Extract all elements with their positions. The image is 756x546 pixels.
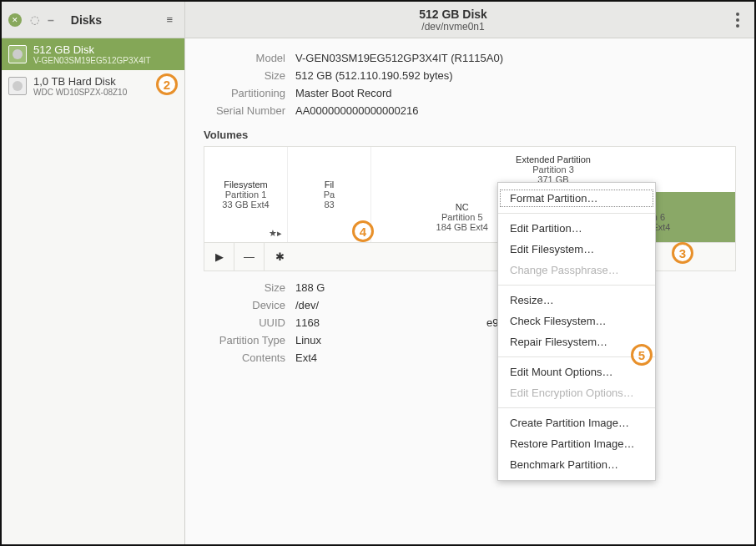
menu-change-passphrase: Change Passphrase… [498, 260, 655, 281]
vol-name: Filesystem [224, 179, 268, 190]
menu-benchmark-partition[interactable]: Benchmark Partition… [498, 454, 655, 475]
main-panel: ModelV-GEN03SM19EG512GP3X4IT (R1115A0) S… [185, 38, 754, 544]
disk-model: WDC WD10SPZX-08Z10 [33, 88, 127, 97]
volumes-title: Volumes [204, 129, 736, 141]
label-model: Model [204, 52, 295, 64]
menu-edit-encryption-options: Edit Encryption Options… [498, 382, 655, 403]
vol-name: Extended Partition [516, 154, 591, 164]
vol-sub: Partition 5 [441, 212, 483, 222]
vol-name: NC [456, 202, 469, 212]
window-minimize-button[interactable]: – [48, 13, 54, 27]
titlebar: ✕ ◌ – Disks ≡ 512 GB Disk /dev/nvme0n1 [2, 2, 754, 38]
vol-name: Fil [325, 179, 335, 190]
vol-size: 83 [324, 200, 334, 210]
label-serial: Serial Number [204, 104, 295, 117]
disk-sidebar: 512 GB Disk V-GEN03SM19EG512GP3X4IT 1,0 … [2, 38, 185, 544]
vol-sub: Pa [324, 190, 335, 200]
volume-partition-1[interactable]: Filesystem Partition 1 33 GB Ext4 ★▸ [204, 147, 288, 242]
menu-separator [498, 285, 655, 286]
disk-model: V-GEN03SM19EG512GP3X4IT [33, 56, 151, 65]
window-restore-icon[interactable]: ◌ [30, 13, 39, 26]
label-contents: Contents [204, 351, 295, 364]
disk-name: 1,0 TB Hard Disk [33, 75, 127, 88]
header-left: ✕ ◌ – Disks ≡ [2, 2, 185, 38]
window-close-button[interactable]: ✕ [8, 13, 22, 27]
mount-indicator-icon: ★▸ [269, 228, 282, 239]
hamburger-menu-button[interactable]: ≡ [161, 13, 178, 26]
header-disk-title: 512 GB Disk [419, 8, 487, 21]
header-disk-path: /dev/nvme0n1 [421, 21, 484, 33]
menu-separator [498, 213, 655, 214]
value-size: 512 GB (512.110.190.592 bytes) [295, 69, 453, 82]
disk-name: 512 GB Disk [33, 43, 151, 56]
vol-size: 184 GB Ext4 [436, 222, 488, 232]
settings-gear-button[interactable]: ✱ [265, 243, 295, 270]
value-ptype: Linux [295, 334, 321, 346]
menu-edit-partition[interactable]: Edit Partition… [498, 218, 655, 239]
annotation-4: 4 [352, 220, 374, 242]
header-center: 512 GB Disk /dev/nvme0n1 [185, 2, 721, 38]
menu-resize[interactable]: Resize… [498, 290, 655, 311]
remove-button[interactable]: — [234, 243, 265, 270]
value-vol-size: 188 G [295, 281, 325, 294]
menu-restore-partition-image[interactable]: Restore Partition Image… [498, 433, 655, 454]
label-size: Size [204, 69, 295, 82]
value-model: V-GEN03SM19EG512GP3X4IT (R1115A0) [295, 52, 503, 64]
label-uuid: UUID [204, 316, 295, 329]
volumes-box: Filesystem Partition 1 33 GB Ext4 ★▸ Fil… [204, 146, 736, 271]
vol-sub: Partition 1 [225, 190, 267, 200]
menu-create-partition-image[interactable]: Create Partition Image… [498, 412, 655, 433]
disk-icon [8, 77, 27, 95]
value-serial: AA000000000000000216 [295, 104, 418, 117]
vol-sub: Partition 3 [532, 164, 574, 174]
sidebar-disk-0[interactable]: 512 GB Disk V-GEN03SM19EG512GP3X4IT [2, 38, 184, 70]
kebab-menu-button[interactable] [736, 13, 739, 28]
label-vol-size: Size [204, 281, 295, 294]
app-title: Disks [71, 13, 102, 27]
value-uuid: 1168 [295, 316, 320, 329]
value-device: /dev/ [295, 299, 319, 311]
annotation-2: 2 [156, 73, 178, 95]
value-contents: Ext4 [295, 351, 317, 364]
sidebar-disk-1[interactable]: 1,0 TB Hard Disk WDC WD10SPZX-08Z10 2 [2, 70, 184, 102]
menu-edit-mount-options[interactable]: Edit Mount Options… [498, 361, 655, 382]
menu-separator [498, 407, 655, 408]
disk-icon [8, 45, 27, 63]
value-partitioning: Master Boot Record [295, 87, 392, 99]
label-partitioning: Partitioning [204, 87, 295, 99]
label-ptype: Partition Type [204, 334, 295, 346]
menu-edit-filesystem[interactable]: Edit Filesystem… [498, 239, 655, 260]
annotation-3: 3 [672, 242, 693, 264]
volume-partition-2[interactable]: Fil Pa 83 4 [288, 147, 371, 242]
annotation-5: 5 [631, 344, 653, 366]
mount-button[interactable]: ▶ [204, 243, 234, 270]
label-device: Device [204, 299, 295, 311]
partition-context-menu: Format Partition… Edit Partition… Edit F… [497, 182, 656, 481]
menu-check-filesystem[interactable]: Check Filesystem… [498, 311, 655, 331]
vol-size: 33 GB Ext4 [222, 200, 269, 210]
menu-format-partition[interactable]: Format Partition… [498, 188, 655, 209]
